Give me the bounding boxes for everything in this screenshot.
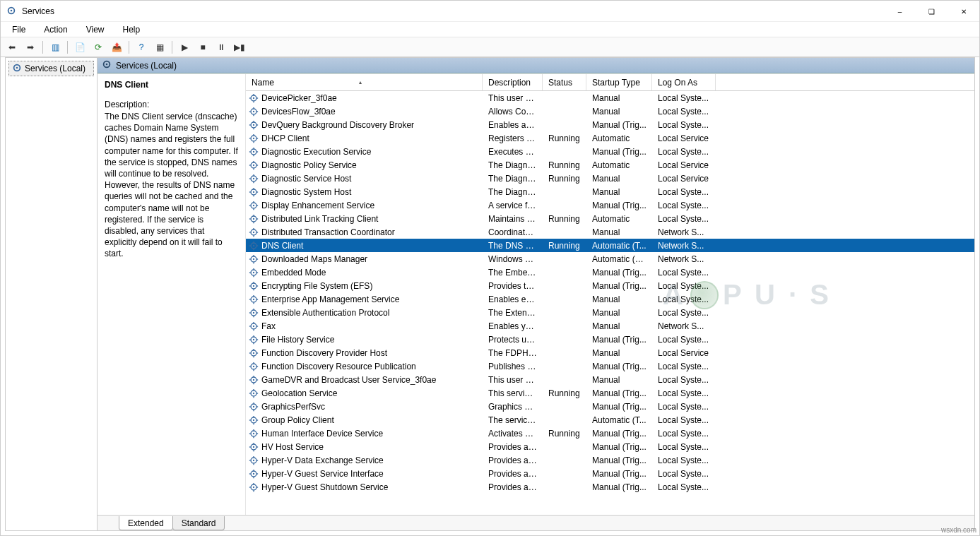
table-row[interactable]: Function Discovery Provider HostThe FDPH… [246, 346, 974, 359]
table-row[interactable]: Enterprise App Management ServiceEnables… [246, 292, 974, 306]
table-row[interactable]: Group Policy ClientThe service ...Automa… [246, 413, 974, 427]
gear-icon [249, 308, 259, 318]
maximize-button[interactable]: ❏ [916, 1, 947, 22]
column-button[interactable]: ▦ [151, 40, 168, 55]
svg-point-169 [253, 459, 254, 460]
table-row[interactable]: Human Interface Device ServiceActivates … [246, 427, 974, 440]
service-name: DevicePicker_3f0ae [261, 93, 337, 103]
menu-help[interactable]: Help [120, 23, 143, 36]
help-button[interactable]: ? [133, 40, 150, 55]
gear-icon [249, 415, 259, 425]
column-header-description[interactable]: Description [483, 74, 543, 90]
table-row[interactable]: Embedded ModeThe Embed...Manual (Trig...… [246, 266, 974, 279]
table-row[interactable]: Hyper-V Data Exchange ServiceProvides a … [246, 453, 974, 467]
service-logon: Local Syste... [652, 294, 716, 304]
table-row[interactable]: DevicesFlow_3f0aeAllows Con...ManualLoca… [246, 105, 974, 118]
table-row[interactable]: Diagnostic Policy ServiceThe Diagno...Ru… [246, 158, 974, 172]
service-logon: Local Service [652, 348, 716, 358]
list-rows[interactable]: DevicePicker_3f0aeThis user se...ManualL… [246, 91, 974, 515]
gear-icon [249, 281, 259, 291]
service-logon: Local Syste... [652, 308, 716, 318]
svg-point-37 [253, 164, 254, 165]
table-row[interactable]: Hyper-V Guest Shutdown ServiceProvides a… [246, 480, 974, 494]
table-row[interactable]: Diagnostic System HostThe Diagno...Manua… [246, 185, 974, 198]
properties-button[interactable]: 📄 [71, 40, 88, 55]
table-row[interactable]: File History ServiceProtects use...Manua… [246, 333, 974, 346]
svg-point-79 [253, 258, 254, 259]
service-logon: Local Service [652, 174, 716, 184]
service-startup: Manual (Trig... [586, 120, 652, 130]
menu-file[interactable]: File [9, 23, 28, 36]
table-row[interactable]: DevicePicker_3f0aeThis user se...ManualL… [246, 91, 974, 105]
svg-point-115 [253, 338, 254, 340]
table-row[interactable]: Distributed Link Tracking ClientMaintain… [246, 212, 974, 225]
tab-extended[interactable]: Extended [119, 516, 173, 530]
service-logon: Local Syste... [652, 415, 716, 425]
service-startup: Manual [586, 308, 652, 318]
service-startup: Automatic (T... [586, 241, 652, 251]
gear-icon [249, 348, 259, 358]
service-name: Geolocation Service [261, 388, 337, 398]
table-row[interactable]: Geolocation ServiceThis service ...Runni… [246, 386, 974, 400]
table-row[interactable]: DHCP ClientRegisters an...RunningAutomat… [246, 131, 974, 145]
gear-icon [249, 201, 259, 210]
show-hide-tree-button[interactable]: ▥ [47, 40, 64, 55]
table-row[interactable]: Encrypting File System (EFS)Provides th.… [246, 279, 974, 292]
service-startup: Manual (Trig... [586, 147, 652, 157]
table-row[interactable]: FaxEnables you...ManualNetwork S... [246, 319, 974, 333]
table-row[interactable]: Hyper-V Guest Service InterfaceProvides … [246, 467, 974, 480]
service-startup: Manual (Trig... [586, 281, 652, 291]
export-list-button[interactable]: 📤 [108, 40, 125, 55]
back-button[interactable]: ⬅ [4, 40, 20, 55]
table-row[interactable]: Downloaded Maps ManagerWindows se...Auto… [246, 252, 974, 266]
table-row[interactable]: Display Enhancement ServiceA service fo.… [246, 198, 974, 212]
tree-node-services-local[interactable]: Services (Local) [8, 61, 94, 76]
column-header-logon[interactable]: Log On As [652, 74, 716, 90]
minimize-button[interactable]: – [884, 1, 916, 22]
main-area: Services (Local) Services (Local) DNS Cl… [5, 57, 975, 531]
service-name: Diagnostic Execution Service [261, 147, 371, 157]
service-logon: Local Syste... [652, 147, 716, 157]
forward-button[interactable]: ➡ [22, 40, 39, 55]
table-row[interactable]: GameDVR and Broadcast User Service_3f0ae… [246, 373, 974, 386]
column-header-status[interactable]: Status [543, 74, 586, 90]
table-row[interactable]: Diagnostic Execution ServiceExecutes dia… [246, 145, 974, 158]
table-row[interactable]: GraphicsPerfSvcGraphics pe...Manual (Tri… [246, 400, 974, 413]
service-name: Function Discovery Provider Host [261, 348, 387, 358]
service-startup: Manual [586, 227, 652, 237]
service-description: Maintains li... [483, 214, 543, 224]
tab-standard[interactable]: Standard [172, 516, 225, 530]
table-row[interactable]: Function Discovery Resource PublicationP… [246, 359, 974, 373]
pause-service-button[interactable]: ⏸ [213, 40, 230, 55]
close-button[interactable]: ✕ [947, 1, 979, 22]
start-service-button[interactable]: ▶ [176, 40, 193, 55]
stop-service-button[interactable]: ■ [194, 40, 211, 55]
table-row[interactable]: HV Host ServiceProvides an ...Manual (Tr… [246, 440, 974, 453]
service-status: Running [543, 388, 586, 398]
content-header: Services (Local) [98, 58, 974, 73]
table-row[interactable]: Extensible Authentication ProtocolThe Ex… [246, 306, 974, 319]
menu-action[interactable]: Action [41, 23, 70, 36]
column-header-startup[interactable]: Startup Type [586, 74, 652, 90]
table-row[interactable]: Distributed Transaction CoordinatorCoord… [246, 225, 974, 239]
svg-point-157 [253, 432, 254, 434]
service-description: A service fo... [483, 201, 543, 210]
svg-point-91 [253, 285, 254, 286]
column-header-name[interactable]: Name▴ [246, 74, 483, 90]
table-row[interactable]: DevQuery Background Discovery BrokerEnab… [246, 118, 974, 131]
table-row[interactable]: Diagnostic Service HostThe Diagno...Runn… [246, 172, 974, 185]
service-startup: Manual (Trig... [586, 362, 652, 371]
service-status: Running [543, 133, 586, 143]
service-logon: Network S... [652, 227, 716, 237]
refresh-button[interactable]: ⟳ [90, 40, 107, 55]
service-startup: Manual [586, 375, 652, 385]
table-row[interactable]: DNS ClientThe DNS Cli...RunningAutomatic… [246, 239, 974, 252]
gear-icon [249, 321, 259, 331]
svg-point-175 [253, 472, 254, 474]
menu-view[interactable]: View [83, 23, 107, 36]
restart-service-button[interactable]: ▶▮ [231, 40, 248, 55]
service-name: Extensible Authentication Protocol [261, 308, 389, 318]
service-name: DevicesFlow_3f0ae [261, 107, 336, 117]
service-description: Enables you... [483, 321, 543, 331]
window-title: Services [22, 6, 54, 16]
